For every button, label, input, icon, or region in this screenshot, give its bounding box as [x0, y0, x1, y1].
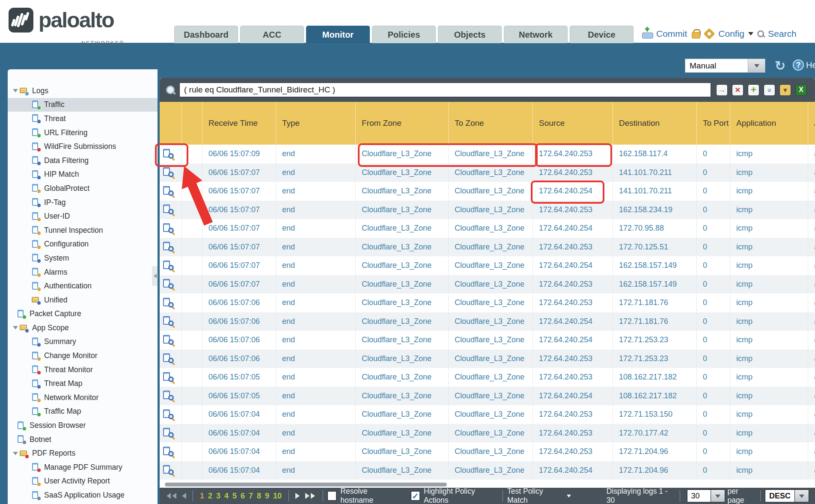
log-detail-magnifier-icon[interactable] [163, 186, 173, 196]
highlight-policy-actions-checkbox[interactable]: ✓ [411, 491, 420, 501]
sidebar-item-wildfire-submissions[interactable]: WildFire Submissions [8, 139, 158, 154]
cell-source[interactable]: 172.64.240.254 [533, 461, 613, 480]
log-detail-magnifier-icon[interactable] [163, 167, 173, 178]
cell-type[interactable]: end [276, 238, 356, 257]
sidebar-item-alarms[interactable]: Alarms [8, 265, 158, 279]
cell-action[interactable]: a [808, 201, 815, 219]
cell-application[interactable]: icmp [730, 238, 808, 257]
refresh-interval-value[interactable]: Manual [685, 59, 748, 73]
cell-application[interactable]: icmp [730, 275, 808, 294]
cell-action[interactable]: a [808, 405, 815, 424]
cell-from-zone[interactable]: Cloudflare_L3_Zone [356, 256, 449, 275]
clear-filter-button[interactable]: × [732, 84, 744, 96]
log-filter-input[interactable] [179, 83, 711, 97]
cell-action[interactable]: a [808, 331, 815, 350]
cell-source[interactable]: 172.64.240.253 [533, 424, 613, 443]
cell-destination[interactable]: 141.101.70.211 [613, 163, 697, 182]
column-header-receive-time[interactable]: Receive Time [202, 102, 276, 145]
sort-order-dropdown-button[interactable] [795, 489, 809, 502]
cell-receive-time[interactable]: 06/06 15:07:07 [202, 238, 276, 257]
column-header-application[interactable]: Application [730, 102, 808, 145]
cell-to-port[interactable]: 0 [697, 238, 730, 257]
cell-to-zone[interactable]: Cloudflare_L3_Zone [449, 294, 533, 312]
log-detail-cell[interactable] [160, 350, 182, 368]
cell-type[interactable]: end [276, 201, 356, 219]
cell-source[interactable]: 172.64.240.253 [533, 145, 613, 163]
cell-receive-time[interactable]: 06/06 15:07:07 [202, 163, 276, 182]
log-detail-cell[interactable] [160, 387, 182, 406]
cell-from-zone[interactable]: Cloudflare_L3_Zone [356, 331, 449, 350]
cell-destination[interactable]: 172.71.204.96 [613, 461, 697, 480]
cell-destination[interactable]: 162.158.234.19 [613, 201, 697, 219]
sidebar-item-url-filtering[interactable]: URL Filtering [8, 126, 158, 140]
cell-application[interactable]: icmp [730, 461, 808, 480]
cell-source[interactable]: 172.64.240.253 [533, 163, 613, 182]
filter-builder-button[interactable]: ≡ [764, 84, 775, 96]
per-page-value[interactable]: 30 [687, 489, 711, 502]
cell-to-zone[interactable]: Cloudflare_L3_Zone [449, 163, 533, 182]
page-number-1[interactable]: 1 [200, 492, 204, 501]
cell-type[interactable]: end [276, 294, 356, 312]
cell-action[interactable]: a [808, 368, 815, 387]
cell-source[interactable]: 172.64.240.254 [533, 331, 613, 350]
cell-application[interactable]: icmp [730, 350, 808, 368]
cell-type[interactable]: end [276, 163, 356, 182]
cell-to-zone[interactable]: Cloudflare_L3_Zone [449, 312, 533, 331]
cell-receive-time[interactable]: 06/06 15:07:04 [202, 424, 276, 443]
cell-to-port[interactable]: 0 [697, 331, 730, 350]
cell-to-port[interactable]: 0 [697, 424, 730, 443]
commit-button[interactable]: Commit [656, 29, 687, 39]
cell-destination[interactable]: 162.158.157.149 [613, 256, 697, 275]
cell-source[interactable]: 172.64.240.253 [533, 201, 613, 219]
log-detail-cell[interactable] [160, 182, 182, 201]
cell-from-zone[interactable]: Cloudflare_L3_Zone [356, 312, 449, 331]
cell-application[interactable]: icmp [730, 331, 808, 350]
cell-from-zone[interactable]: Cloudflare_L3_Zone [356, 368, 449, 387]
cell-to-zone[interactable]: Cloudflare_L3_Zone [449, 256, 533, 275]
cell-destination[interactable]: 172.71.181.76 [613, 294, 697, 312]
cell-destination[interactable]: 162.158.157.149 [613, 275, 697, 294]
log-detail-cell[interactable] [160, 312, 182, 331]
page-number-5[interactable]: 5 [232, 492, 237, 501]
cell-application[interactable]: icmp [730, 256, 808, 275]
cell-to-port[interactable]: 0 [697, 387, 730, 406]
column-header-destination[interactable]: Destination [613, 102, 697, 145]
cell-type[interactable]: end [276, 424, 356, 443]
cell-destination[interactable]: 108.162.217.182 [613, 387, 697, 406]
cell-to-zone[interactable]: Cloudflare_L3_Zone [449, 461, 533, 480]
cell-destination[interactable]: 172.70.177.42 [613, 424, 697, 443]
cell-from-zone[interactable]: Cloudflare_L3_Zone [356, 238, 449, 257]
log-detail-cell[interactable] [160, 424, 182, 443]
cell-action[interactable]: a [808, 219, 815, 238]
tab-policies[interactable]: Policies [372, 26, 436, 43]
cell-action[interactable]: a [808, 275, 815, 294]
cell-action[interactable]: a [808, 424, 815, 443]
cell-application[interactable]: icmp [730, 312, 808, 331]
log-detail-magnifier-icon[interactable] [163, 279, 173, 289]
column-header-from-zone[interactable]: From Zone [356, 102, 449, 145]
prev-page-button[interactable] [181, 493, 186, 499]
sidebar-item-system[interactable]: System [8, 251, 158, 265]
cell-destination[interactable]: 172.71.153.150 [613, 405, 697, 424]
cell-action[interactable]: a [808, 294, 815, 312]
cell-from-zone[interactable]: Cloudflare_L3_Zone [356, 275, 449, 294]
cell-receive-time[interactable]: 06/06 15:07:07 [202, 201, 276, 219]
cell-source[interactable]: 172.64.240.253 [533, 294, 613, 312]
cell-application[interactable]: icmp [730, 145, 808, 163]
refresh-icon[interactable]: ↻ [775, 58, 785, 73]
cell-application[interactable]: icmp [730, 219, 808, 238]
page-number-10[interactable]: 10 [273, 492, 282, 501]
log-detail-magnifier-icon[interactable] [163, 316, 173, 326]
sidebar-item-packet-capture[interactable]: Packet Capture [8, 307, 158, 321]
page-number-6[interactable]: 6 [241, 492, 245, 501]
page-number-4[interactable]: 4 [224, 492, 229, 501]
apply-filter-button[interactable]: → [716, 84, 728, 96]
cell-destination[interactable]: 172.70.125.51 [613, 238, 697, 257]
log-detail-magnifier-icon[interactable] [163, 372, 173, 382]
cell-receive-time[interactable]: 06/06 15:07:06 [202, 312, 276, 331]
cell-to-port[interactable]: 0 [697, 219, 730, 238]
log-detail-magnifier-icon[interactable] [163, 149, 173, 159]
last-page-button[interactable] [305, 493, 316, 499]
cell-to-port[interactable]: 0 [697, 294, 730, 312]
column-header-type[interactable]: Type [276, 102, 356, 145]
